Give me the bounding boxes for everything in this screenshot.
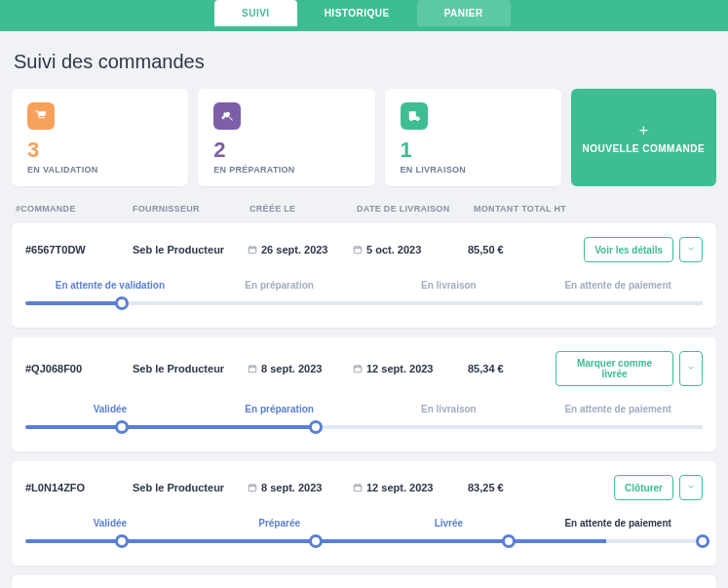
calendar-icon <box>248 483 257 492</box>
card-livraison-count: 1 <box>401 137 546 163</box>
step-label: En attente de validation <box>25 280 195 291</box>
svg-rect-2 <box>249 366 256 372</box>
card-livraison[interactable]: 1 EN LIVRAISON <box>385 89 561 186</box>
progress-dot <box>309 534 323 548</box>
tab-historique[interactable]: HISTORIQUE <box>297 0 417 26</box>
cart-icon <box>27 102 55 130</box>
chevron-down-icon <box>686 244 696 254</box>
step-label: Livrée <box>364 518 534 529</box>
order-steps: Validée En préparation En livraison En a… <box>25 404 703 434</box>
svg-rect-5 <box>354 485 362 491</box>
progress-track <box>25 534 703 548</box>
card-validation-label: EN VALIDATION <box>27 165 172 175</box>
step-label: Préparée <box>195 518 364 529</box>
calendar-icon <box>353 483 363 492</box>
chevron-down-icon <box>686 482 696 491</box>
tools-icon <box>213 102 241 130</box>
calendar-icon <box>353 245 363 255</box>
tab-panier[interactable]: PANIER <box>417 0 511 26</box>
svg-rect-1 <box>354 247 362 254</box>
truck-icon <box>401 102 428 130</box>
plus-icon: + <box>639 122 648 139</box>
close-order-button[interactable]: Clôturer <box>614 475 673 500</box>
chevron-down-icon <box>686 363 696 372</box>
order-row: #6567T0DW Seb le Producteur 26 sept. 202… <box>12 223 716 328</box>
order-livraison: 12 sept. 2023 <box>353 482 468 493</box>
step-label: En attente de paiement <box>533 518 703 529</box>
calendar-icon <box>353 364 363 373</box>
th-creee: CRÉÉE LE <box>249 204 357 214</box>
table-header: #COMMANDE FOURNISSEUR CRÉÉE LE DATE DE L… <box>12 204 716 223</box>
tab-suivi[interactable]: SUIVI <box>214 0 297 26</box>
order-id: #QJ068F00 <box>25 363 133 374</box>
order-fournisseur: Seb le Producteur <box>133 363 248 374</box>
order-creee: 8 sept. 2023 <box>248 363 353 374</box>
step-label: En préparation <box>195 404 364 414</box>
order-id: #L0N14ZFO <box>25 482 133 493</box>
progress-dot <box>502 534 516 548</box>
step-label: En livraison <box>364 404 534 414</box>
svg-rect-0 <box>249 247 256 254</box>
progress-track <box>25 420 703 434</box>
th-fournisseur: FOURNISSEUR <box>133 204 249 214</box>
order-fournisseur: Seb le Producteur <box>133 482 248 493</box>
card-validation-count: 3 <box>27 137 172 163</box>
progress-track <box>25 296 703 310</box>
card-validation[interactable]: 3 EN VALIDATION <box>12 89 188 186</box>
order-montant: 83,25 € <box>468 482 556 493</box>
order-steps: Validée Préparée Livrée En attente de pa… <box>25 518 703 548</box>
progress-dot <box>696 534 709 548</box>
progress-dot <box>115 420 129 434</box>
order-row: #QJ068F00 Seb le Producteur 8 sept. 2023… <box>12 337 716 451</box>
topbar: SUIVI HISTORIQUE PANIER <box>0 0 728 31</box>
calendar-icon <box>248 364 257 373</box>
order-fournisseur: Seb le Producteur <box>133 244 248 255</box>
order-id: #6567T0DW <box>25 244 133 255</box>
order-livraison: 5 oct. 2023 <box>353 244 468 255</box>
step-label: Validée <box>25 518 195 529</box>
step-label: En préparation <box>195 280 364 291</box>
calendar-icon <box>248 245 257 255</box>
mark-delivered-button[interactable]: Marquer comme livrée <box>556 351 673 386</box>
card-preparation[interactable]: 2 EN PRÉPARATION <box>198 89 374 186</box>
summary-cards: 3 EN VALIDATION 2 EN PRÉPARATION 1 EN LI… <box>12 89 716 186</box>
order-creee: 8 sept. 2023 <box>248 482 353 493</box>
svg-rect-4 <box>249 485 256 491</box>
new-order-button[interactable]: + NOUVELLE COMMANDE <box>571 89 716 186</box>
order-montant: 85,34 € <box>468 363 556 374</box>
th-livraison: DATE DE LIVRAISON <box>357 204 474 214</box>
step-label: En livraison <box>364 280 534 291</box>
card-livraison-label: EN LIVRAISON <box>401 165 546 175</box>
order-livraison: 12 sept. 2023 <box>353 363 468 374</box>
order-menu-button[interactable] <box>679 475 703 500</box>
order-menu-button[interactable] <box>679 351 703 386</box>
order-row: #L0N14ZFO Seb le Producteur 8 sept. 2023… <box>12 461 716 566</box>
order-montant: 85,50 € <box>468 244 556 255</box>
progress-dot <box>309 420 323 434</box>
page-title: Suivi des commandes <box>14 51 716 73</box>
th-commande: #COMMANDE <box>16 204 133 214</box>
th-montant: MONTANT TOTAL HT <box>474 204 591 214</box>
new-order-label: NOUVELLE COMMANDE <box>583 143 706 154</box>
details-button[interactable]: Voir les détails <box>584 237 673 262</box>
order-menu-button[interactable] <box>679 237 703 262</box>
order-row: #FXF5INB5 Seb le Producteur 8 sept. 2023… <box>12 575 716 588</box>
card-preparation-label: EN PRÉPARATION <box>213 165 359 175</box>
progress-dot <box>115 296 129 310</box>
progress-dot <box>115 534 129 548</box>
order-creee: 26 sept. 2023 <box>248 244 353 255</box>
svg-rect-3 <box>354 366 362 372</box>
step-label: En attente de paiement <box>533 280 703 291</box>
step-label: Validée <box>25 404 195 414</box>
order-steps: En attente de validation En préparation … <box>25 280 703 310</box>
step-label: En attente de paiement <box>533 404 703 414</box>
card-preparation-count: 2 <box>213 137 359 163</box>
